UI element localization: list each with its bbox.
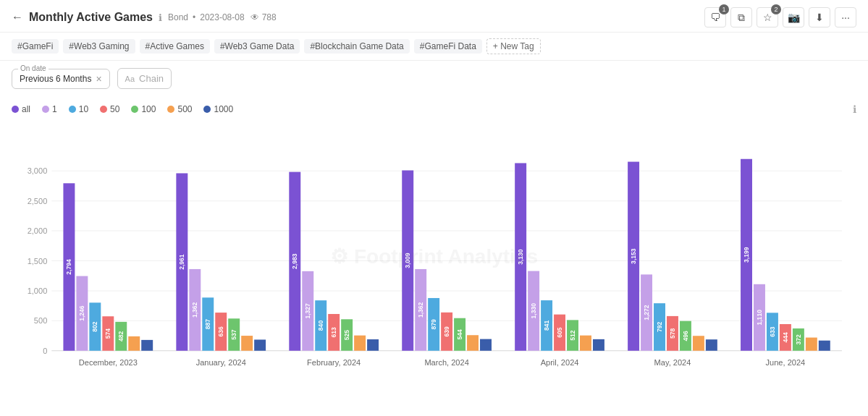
legend-item-10[interactable]: 10 (69, 104, 88, 114)
bar-value-label: 3,130 (517, 249, 524, 265)
bar-value-label: 1,330 (530, 303, 537, 319)
bar-value-label: 802 (91, 321, 98, 332)
camera-button[interactable]: 📷 (783, 7, 804, 27)
download-button[interactable]: ⬇ (809, 7, 830, 27)
bar-January, 2024-1000 (254, 339, 266, 350)
bar-value-label: 512 (569, 330, 576, 341)
bar-June, 2024-1000 (819, 341, 830, 351)
meta-info: Bond • 2023-08-08 (168, 12, 245, 22)
legend-label: 10 (79, 104, 88, 114)
svg-text:3,000: 3,000 (28, 166, 48, 175)
bar-value-label: 2,794 (65, 259, 72, 275)
text-icon: Aa (125, 75, 135, 83)
bar-value-label: 3,153 (630, 248, 637, 264)
tag-item[interactable]: #Web3 Game Data (214, 39, 300, 54)
legend-dot (69, 106, 76, 113)
new-tag-button[interactable]: + New Tag (486, 38, 541, 54)
bar-value-label: 841 (543, 321, 550, 331)
bar-January, 2024-500 (241, 336, 253, 351)
bar-March, 2024-500 (467, 335, 479, 351)
views-number: 788 (262, 12, 277, 22)
legend-item-50[interactable]: 50 (100, 104, 119, 114)
meta-date: 2023-08-08 (200, 12, 244, 22)
legend-label: 1000 (214, 104, 233, 114)
legend-label: 500 (177, 104, 192, 114)
bar-May, 2024-500 (693, 336, 704, 351)
more-icon: ··· (841, 12, 850, 23)
download-icon: ⬇ (815, 12, 824, 23)
info-icon[interactable]: ℹ (159, 12, 162, 23)
bar-December, 2023-500 (128, 336, 140, 351)
bar-December, 2023-1000 (141, 340, 153, 351)
bar-value-label: 444 (782, 332, 789, 343)
share-button[interactable]: ⧉ (730, 7, 752, 27)
legend-item-1[interactable]: 1 (42, 104, 57, 114)
star-button[interactable]: ☆ 2 (757, 7, 778, 27)
legend-label: 1 (52, 104, 57, 114)
tags-bar: #GameFi#Web3 Gaming#Active Games#Web3 Ga… (0, 33, 868, 61)
bar-value-label: 496 (682, 331, 689, 341)
bar-value-label: 613 (330, 327, 337, 338)
legend-dot (42, 106, 49, 113)
date-filter[interactable]: On date Previous 6 Months × (12, 69, 110, 89)
star-icon: ☆ (763, 12, 772, 23)
legend-dot (203, 106, 211, 113)
date-filter-label: On date (18, 64, 49, 72)
bar-value-label: 3,199 (743, 247, 750, 263)
date-filter-text: Previous 6 Months (20, 74, 91, 84)
header: ← Monthly Active Games ℹ Bond • 2023-08-… (0, 0, 868, 33)
bar-value-label: 537 (230, 329, 237, 340)
bar-value-label: 574 (104, 328, 111, 339)
tag-item[interactable]: #Web3 Gaming (63, 39, 135, 54)
bar-value-label: 2,961 (178, 254, 185, 270)
header-left: ← Monthly Active Games ℹ Bond • 2023-08-… (12, 11, 277, 24)
more-button[interactable]: ··· (835, 7, 856, 27)
bar-value-label: 1,362 (191, 302, 198, 318)
tag-item[interactable]: #GameFi (12, 39, 59, 54)
bar-value-label: 1,327 (304, 303, 311, 319)
bar-April, 2024-1000 (593, 339, 604, 351)
date-filter-close[interactable]: × (96, 74, 101, 84)
tag-item[interactable]: #Blockchain Game Data (304, 39, 409, 54)
chain-filter[interactable]: Aa Chain (117, 68, 172, 89)
tag-item[interactable]: #Active Games (140, 39, 210, 54)
legend-item-500[interactable]: 500 (167, 104, 192, 114)
svg-text:0: 0 (43, 347, 47, 355)
x-axis-label: December, 2023 (79, 358, 138, 367)
bar-April, 2024-500 (580, 336, 591, 351)
x-axis-label: January, 2024 (196, 358, 246, 367)
star-badge: 2 (771, 4, 781, 14)
views-icon: 👁 (250, 12, 259, 22)
x-axis-label: June, 2024 (766, 358, 806, 367)
bar-February, 2024-500 (354, 336, 366, 351)
bar-value-label: 639 (443, 326, 450, 337)
svg-text:2,500: 2,500 (28, 197, 48, 205)
tag-item[interactable]: #GameFi Data (414, 39, 482, 54)
legend-item-all[interactable]: all (12, 104, 30, 114)
legend-dot (167, 106, 174, 113)
bar-value-label: 633 (769, 326, 776, 337)
x-axis-label: February, 2024 (307, 358, 361, 367)
filters: On date Previous 6 Months × Aa Chain (0, 61, 868, 96)
back-button[interactable]: ← (12, 11, 23, 24)
date-filter-value: Previous 6 Months × (20, 74, 102, 84)
bar-value-label: 544 (456, 329, 463, 340)
share-icon: ⧉ (738, 12, 745, 24)
meta-author: Bond (168, 12, 188, 22)
bar-value-label: 1,272 (643, 305, 650, 321)
page-title: Monthly Active Games (29, 11, 153, 24)
legend-item-1000[interactable]: 1000 (203, 104, 233, 114)
bar-chart: 3,0002,5002,0001,5001,00050002,7941,2468… (12, 122, 856, 390)
bar-June, 2024-500 (806, 338, 817, 351)
legend-item-100[interactable]: 100 (131, 104, 156, 114)
comment-button[interactable]: 🗨 1 (704, 7, 726, 27)
x-axis-label: May, 2024 (654, 358, 691, 367)
bar-value-label: 879 (430, 319, 437, 330)
legend-label: 50 (110, 104, 119, 114)
legend-dot (12, 106, 19, 113)
legend-label: all (22, 104, 30, 114)
chart-info-button[interactable]: ℹ (853, 103, 856, 115)
bar-value-label: 525 (343, 330, 350, 341)
bar-value-label: 792 (656, 322, 663, 333)
bar-value-label: 636 (217, 326, 224, 337)
